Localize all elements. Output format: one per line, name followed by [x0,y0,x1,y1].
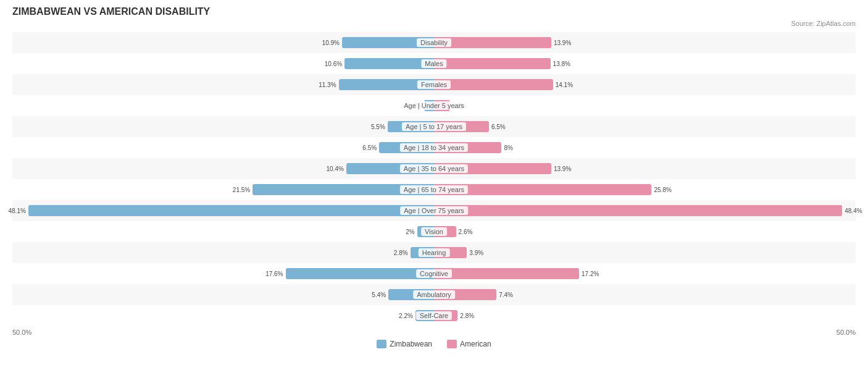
bar-american [434,58,551,69]
value-zimbabwean: 10.9% [322,40,340,46]
value-zimbabwean: 2.2% [399,313,413,319]
bar-container: 11.3%14.1%Females [12,74,856,95]
bar-label: Cognitive [416,269,452,278]
value-zimbabwean: 21.5% [233,187,250,193]
value-american: 7.4% [499,292,513,298]
bar-label: Disability [417,38,451,47]
value-american: 8% [504,145,512,151]
bar-american [434,268,579,279]
axis-left-label: 50.0% [12,329,31,336]
value-zimbabwean: 48.1% [9,208,26,214]
value-american: 6.5% [491,124,506,130]
bar-container: 2.2%2.8%Self-Care [12,305,856,326]
chart-row: 10.6%13.8%Males [12,53,856,74]
bar-american [434,205,842,216]
value-zimbabwean: 5.4% [372,292,386,298]
value-zimbabwean: 2% [406,229,414,235]
chart-row: 10.9%13.9%Disability [12,32,856,53]
chart-row: 11.3%14.1%Females [12,74,856,95]
bar-label: Age | Over 75 years [400,206,468,215]
bar-zimbabwean [28,205,434,216]
axis-right-label: 50.0% [837,329,856,336]
bar-container: 10.4%13.9%Age | 35 to 64 years [12,158,856,179]
bar-container: 2.8%3.9%Hearing [12,242,856,263]
chart-row: 17.6%17.2%Cognitive [12,263,856,284]
bar-label: Age | 65 to 74 years [400,185,468,194]
bar-container: 17.6%17.2%Cognitive [12,263,856,284]
value-zimbabwean: 17.6% [265,271,283,277]
value-american: 25.8% [654,187,672,193]
chart-row: 2.8%3.9%Hearing [12,242,856,263]
bar-label: Females [417,80,451,89]
value-zimbabwean: 5.5% [371,124,385,130]
bar-container: 5.5%6.5%Age | 5 to 17 years [12,116,856,137]
legend-zimbabwean-label: Zimbabwean [390,340,432,348]
bar-label: Hearing [419,248,450,257]
chart-row: 5.4%7.4%Ambulatory [12,284,856,305]
value-american: 3.9% [469,250,483,256]
bar-label: Age | 35 to 64 years [400,164,468,173]
legend-american-label: American [460,340,491,348]
legend-zimbabwean: Zimbabwean [377,340,432,348]
bar-container: 5.4%7.4%Ambulatory [12,284,856,305]
value-american: 2.8% [460,313,474,319]
bar-container: 1.2%1.9%Age | Under 5 years [12,95,856,116]
bar-container: 6.5%8%Age | 18 to 34 years [12,137,856,158]
chart-row: 2%2.6%Vision [12,221,856,242]
bar-container: 2%2.6%Vision [12,221,856,242]
bar-american [434,37,551,48]
source: Source: ZipAtlas.com [12,20,856,27]
legend: Zimbabwean American [12,340,856,348]
value-zimbabwean: 6.5% [362,145,377,151]
chart-row: 5.5%6.5%Age | 5 to 17 years [12,116,856,137]
value-american: 13.8% [553,61,570,67]
title: ZIMBABWEAN VS AMERICAN DISABILITY [12,6,856,17]
bar-zimbabwean [286,268,434,279]
bar-container: 10.6%13.8%Males [12,53,856,74]
bar-label: Vision [421,227,447,236]
bar-container: 10.9%13.9%Disability [12,32,856,53]
legend-american: American [447,340,491,348]
bar-zimbabwean [344,58,434,69]
value-american: 17.2% [582,271,599,277]
value-american: 2.6% [459,229,473,235]
value-american: 13.9% [554,166,571,172]
value-american: 48.4% [845,208,862,214]
value-american: 13.9% [554,40,571,46]
chart-row: 10.4%13.9%Age | 35 to 64 years [12,158,856,179]
chart-row: 6.5%8%Age | 18 to 34 years [12,137,856,158]
bar-label: Age | Under 5 years [400,101,468,110]
chart-row: 21.5%25.8%Age | 65 to 74 years [12,179,856,200]
value-zimbabwean: 10.6% [325,61,342,67]
value-american: 14.1% [556,82,573,88]
bar-label: Ambulatory [413,290,455,299]
value-zimbabwean: 10.4% [326,166,343,172]
chart-row: 2.2%2.8%Self-Care [12,305,856,326]
value-zimbabwean: 2.8% [394,250,408,256]
legend-american-box [447,340,457,348]
bar-label: Males [421,59,446,68]
chart-area: 10.9%13.9%Disability10.6%13.8%Males11.3%… [12,32,856,326]
legend-zimbabwean-box [377,340,386,348]
bar-label: Age | 5 to 17 years [402,122,466,131]
bar-label: Age | 18 to 34 years [400,143,468,152]
bar-container: 48.1%48.4%Age | Over 75 years [12,200,856,221]
bar-label: Self-Care [416,311,452,320]
chart-row: 48.1%48.4%Age | Over 75 years [12,200,856,221]
bar-american [434,79,553,90]
value-zimbabwean: 11.3% [319,82,336,88]
axis-labels: 50.0% 50.0% [12,329,856,336]
chart-row: 1.2%1.9%Age | Under 5 years [12,95,856,116]
bar-container: 21.5%25.8%Age | 65 to 74 years [12,179,856,200]
